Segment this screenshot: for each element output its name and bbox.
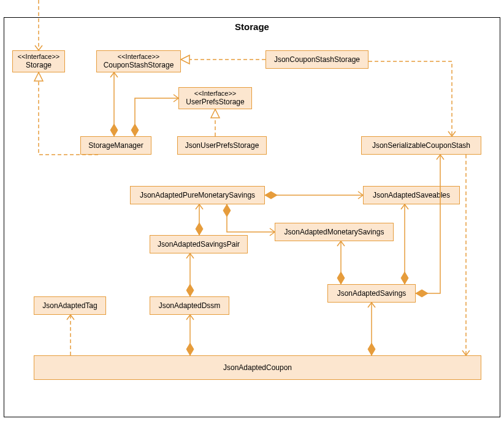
diamond-jas-jasave xyxy=(401,272,408,284)
edge-sm-ups xyxy=(135,98,178,136)
diamond-jac-jas xyxy=(368,343,375,355)
tri-ups xyxy=(211,109,220,118)
diamond-jadssm-jasp xyxy=(186,284,194,296)
diamond-sm-ups xyxy=(131,124,139,136)
edge-jscs-jas xyxy=(416,155,440,293)
connectors xyxy=(0,0,504,421)
edge-jcss-jscs xyxy=(368,61,452,136)
edge-japms-jams xyxy=(227,204,275,232)
diamond-japms-jasave xyxy=(265,191,277,199)
diamond-jac-jadssm xyxy=(186,343,194,355)
diamond-jscs-jas xyxy=(416,290,428,297)
diamond-jasp-japms xyxy=(196,223,203,235)
diamond-sm-css xyxy=(110,124,118,136)
diamond-jas-jams xyxy=(337,272,345,284)
tri-storage xyxy=(34,72,43,81)
diamond-japms-jams xyxy=(223,204,231,217)
edge-sm-to-storage xyxy=(39,81,98,155)
tri-css xyxy=(181,55,189,64)
